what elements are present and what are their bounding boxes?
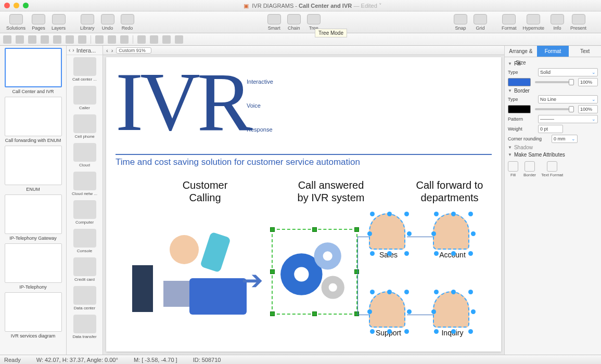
selection-handle[interactable] xyxy=(407,231,412,236)
lib-prev-icon[interactable]: ‹ xyxy=(69,47,70,53)
callout-tool-icon[interactable] xyxy=(120,35,129,44)
page-thumbnail[interactable]: ENUM xyxy=(3,146,64,192)
make-same-fill[interactable]: Fill xyxy=(508,161,518,177)
toolbar-undo[interactable]: Undo xyxy=(98,14,118,31)
connector-tool-icon[interactable] xyxy=(95,35,104,44)
selection-handle[interactable] xyxy=(471,309,476,314)
library-shape[interactable]: Credit card xyxy=(67,255,103,284)
page-thumbnail[interactable]: IP-Telephony xyxy=(3,243,64,290)
inspector-tab-format[interactable]: Format xyxy=(537,46,569,57)
fill-opacity-slider[interactable] xyxy=(535,81,574,83)
selection-handle[interactable] xyxy=(387,212,392,216)
border-opacity-value[interactable]: 100% xyxy=(578,105,598,113)
toolbar-smart[interactable]: Smart xyxy=(264,14,284,31)
library-shape[interactable]: Computer xyxy=(67,198,103,227)
eyedropper-icon[interactable] xyxy=(162,35,171,44)
lib-next-icon[interactable]: › xyxy=(72,47,74,53)
fill-section[interactable]: Fill xyxy=(508,61,598,67)
title-chevron-icon[interactable]: ˅ xyxy=(379,3,382,9)
fill-color-well[interactable] xyxy=(508,78,531,86)
selection-handle[interactable] xyxy=(468,212,473,216)
selection-handle[interactable] xyxy=(404,290,409,294)
toolbar-pages[interactable]: Pages xyxy=(29,14,48,31)
next-page-icon[interactable]: › xyxy=(111,47,113,54)
toolbar-present[interactable]: Present xyxy=(567,14,590,31)
selection-handle[interactable] xyxy=(468,290,473,294)
selection-handle[interactable] xyxy=(387,329,392,334)
library-shape[interactable]: Data center xyxy=(67,284,103,313)
toolbar-redo[interactable]: Redo xyxy=(118,14,137,31)
make-same-section[interactable]: Make Same Attributes xyxy=(508,152,598,158)
weight-value[interactable]: 0 pt xyxy=(538,125,563,133)
selection-handle[interactable] xyxy=(451,329,456,334)
selection-handle[interactable] xyxy=(431,309,436,314)
selection-handle[interactable] xyxy=(468,329,473,334)
arc-tool-icon[interactable] xyxy=(53,35,61,44)
fill-type-select[interactable]: Solid xyxy=(538,68,598,76)
ellipse-tool-icon[interactable] xyxy=(28,35,36,44)
library-shape[interactable]: Caller xyxy=(67,84,103,112)
toolbar-hypernote[interactable]: Hypernote xyxy=(519,14,547,31)
selection-handle[interactable] xyxy=(471,231,476,236)
selection-handle[interactable] xyxy=(468,251,473,256)
selection-handle[interactable] xyxy=(370,251,375,256)
selection-handle[interactable] xyxy=(387,290,392,294)
shadow-section[interactable]: Shadow xyxy=(508,145,598,150)
library-tab[interactable]: ‹ › Intera... xyxy=(67,46,103,55)
page-thumbnail[interactable]: Call forwarding with ENUM xyxy=(3,97,64,144)
zoom-in-icon[interactable] xyxy=(137,35,146,44)
ivr-gears-selection[interactable] xyxy=(272,229,357,315)
selection-handle[interactable] xyxy=(431,231,436,236)
selection-handle[interactable] xyxy=(434,290,439,294)
selection-handle[interactable] xyxy=(451,212,456,216)
window-traffic-lights[interactable] xyxy=(4,3,29,8)
toolbar-grid[interactable]: Grid xyxy=(470,14,490,31)
canvas[interactable]: IVR Interactive Voice Response Time and … xyxy=(106,57,501,352)
toolbar-library[interactable]: Library xyxy=(77,14,98,31)
selection-handle[interactable] xyxy=(404,329,409,334)
border-section[interactable]: Border xyxy=(508,88,598,94)
toolbar-format[interactable]: Format xyxy=(498,14,520,31)
selection-handle[interactable] xyxy=(370,329,375,334)
smart-connector-icon[interactable] xyxy=(108,35,116,44)
agent-support[interactable]: Support xyxy=(369,291,408,335)
selection-handle[interactable] xyxy=(370,212,375,216)
pen-tool-icon[interactable] xyxy=(66,35,74,44)
toolbar-info[interactable]: Info xyxy=(547,14,567,31)
hand-tool-icon[interactable] xyxy=(175,35,183,44)
selection-handle[interactable] xyxy=(370,290,375,294)
zoom-icon[interactable] xyxy=(23,3,29,8)
border-opacity-slider[interactable] xyxy=(535,108,574,110)
selection-handle[interactable] xyxy=(407,309,412,314)
make-same-border[interactable]: Border xyxy=(523,161,536,177)
selection-handle[interactable] xyxy=(451,251,456,256)
toolbar-snap[interactable]: Snap xyxy=(451,14,470,31)
inspector-tab-arrange-size[interactable]: Arrange & Size xyxy=(505,46,537,57)
library-shape[interactable]: Cell phone xyxy=(67,112,103,141)
selection-handle[interactable] xyxy=(434,329,439,334)
toolbar-layers[interactable]: Layers xyxy=(48,14,69,31)
library-shape[interactable]: Cloud netw ... xyxy=(67,170,103,198)
page-thumbnail[interactable]: IVR services diagram xyxy=(3,292,64,339)
zoom-out-icon[interactable] xyxy=(150,35,158,44)
fill-opacity-value[interactable]: 100% xyxy=(578,78,598,86)
make-same-text-format[interactable]: Text Format xyxy=(541,161,563,177)
selection-handle[interactable] xyxy=(367,309,372,314)
toolbar-tree[interactable]: Tree xyxy=(304,14,324,31)
page-thumbnail[interactable]: Call Center and IVR xyxy=(3,48,64,95)
corner-value[interactable]: 0 mm xyxy=(552,135,578,143)
library-shape[interactable]: Console xyxy=(67,227,103,255)
library-shape[interactable]: Data transfer xyxy=(67,313,103,341)
agent-inquiry[interactable]: Inquiry xyxy=(433,291,472,335)
pointer-tool-icon[interactable] xyxy=(3,35,11,44)
library-shape[interactable]: Call center ... xyxy=(67,55,103,84)
zoom-select[interactable]: Custom 91% xyxy=(116,47,151,54)
selection-handle[interactable] xyxy=(404,212,409,216)
text-tool-icon[interactable] xyxy=(78,35,86,44)
border-color-well[interactable] xyxy=(508,105,531,113)
line-tool-icon[interactable] xyxy=(41,35,49,44)
toolbar-solutions[interactable]: Solutions xyxy=(3,14,29,31)
close-icon[interactable] xyxy=(4,3,10,8)
selection-handle[interactable] xyxy=(451,290,456,294)
selection-handle[interactable] xyxy=(434,212,439,216)
